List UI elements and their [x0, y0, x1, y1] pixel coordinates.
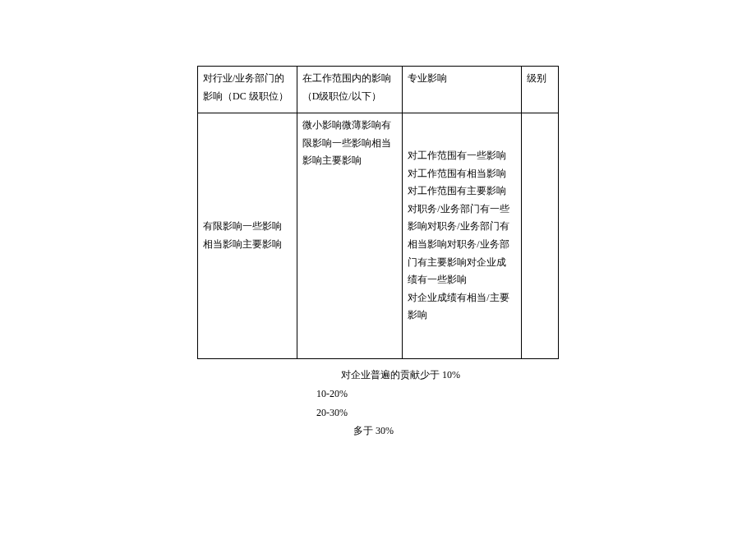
impact-table: 对行业/业务部门的影响（DC 级职位） 在工作范围内的影响（D级职位/以下） 专… — [197, 66, 559, 359]
footer-line-1: 对企业普遍的贡献少于 10% — [197, 366, 559, 385]
footer-line-4: 多于 30% — [197, 422, 559, 440]
body-col-professional: 对工作范围有一些影响对工作范围有相当影响对工作范围有主要影响对职务/业务部门有一… — [403, 113, 522, 359]
header-col-scope: 在工作范围内的影响（D级职位/以下） — [297, 67, 403, 113]
table-header-row: 对行业/业务部门的影响（DC 级职位） 在工作范围内的影响（D级职位/以下） 专… — [198, 67, 559, 113]
table-body-row: 有限影响一些影响相当影响主要影响 微小影响微薄影响有限影响一些影响相当影响主要影… — [198, 113, 559, 359]
body-col-level — [522, 113, 559, 359]
header-col-level: 级别 — [522, 67, 559, 113]
body-col-scope: 微小影响微薄影响有限影响一些影响相当影响主要影响 — [297, 113, 403, 359]
footer-line-2: 10-20% — [197, 385, 559, 404]
footer-line-3: 20-30% — [197, 404, 559, 422]
body-col-industry: 有限影响一些影响相当影响主要影响 — [198, 113, 297, 359]
footer-text: 对企业普遍的贡献少于 10% 10-20% 20-30% 多于 30% — [197, 366, 559, 440]
header-col-professional: 专业影响 — [403, 67, 522, 113]
header-col-industry: 对行业/业务部门的影响（DC 级职位） — [198, 67, 297, 113]
